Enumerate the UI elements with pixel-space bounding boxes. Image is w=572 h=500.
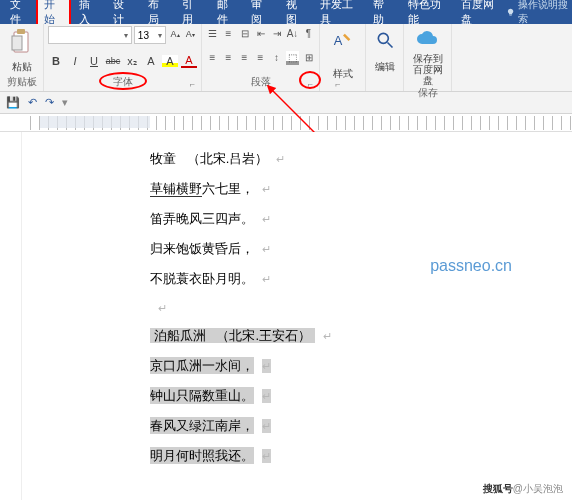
group-font: ▾ 13▾ A▴ A▾ B I U abc x₂ A A A 字体 ⌐	[44, 24, 202, 91]
group-styles: A 样式 ⌐	[320, 24, 366, 91]
cloud-save-icon[interactable]	[416, 30, 440, 53]
clipboard-label: 剪贴板⌐	[7, 75, 37, 91]
font-launcher-icon[interactable]: ⌐	[190, 79, 195, 89]
chevron-down-icon: ▾	[124, 31, 128, 40]
highlight-button[interactable]: A	[162, 55, 178, 67]
poem1-title: 牧童 （北宋.吕岩）↵	[150, 150, 572, 168]
svg-rect-2	[12, 36, 22, 50]
svg-line-5	[387, 43, 392, 48]
paste-label: 粘贴	[12, 61, 32, 72]
styles-label: 样式	[333, 68, 353, 79]
qat-undo-icon[interactable]: ↶	[28, 96, 37, 109]
svg-rect-1	[17, 29, 25, 34]
font-size-combo[interactable]: 13▾	[134, 26, 167, 44]
ribbon-tabs: 文件 开始 插入 设计 布局 引用 邮件 审阅 视图 开发工具 帮助 特色功能 …	[0, 0, 572, 24]
styles-icon[interactable]: A	[332, 30, 354, 57]
poem2-title: 泊船瓜洲 （北宋.王安石） ↵	[150, 327, 572, 345]
poem2-line: 京口瓜洲一水间，↵	[150, 357, 572, 375]
poem2-line: 钟山只隔数重山。↵	[150, 387, 572, 405]
underline-button[interactable]: U	[86, 55, 102, 67]
document-area: 牧童 （北宋.吕岩）↵ 草铺横野六七里，↵ 笛弄晚风三四声。↵ 归来饱饭黄昏后，…	[0, 132, 572, 500]
styles-launcher-icon[interactable]: ⌐	[335, 79, 340, 89]
decrease-indent-button[interactable]: ⇤	[254, 26, 267, 40]
increase-indent-button[interactable]: ⇥	[270, 26, 283, 40]
group-paragraph: ☰ ≡ ⊟ ⇤ ⇥ A↓ ¶ ≡ ≡ ≡ ≡ ↕ ⬚ ⊞ 段落 ⌐	[202, 24, 320, 91]
svg-point-4	[378, 33, 388, 43]
bold-button[interactable]: B	[48, 55, 64, 67]
annotation-circle-font	[99, 72, 147, 90]
vertical-ruler[interactable]	[0, 132, 22, 500]
align-left-button[interactable]: ≡	[206, 51, 219, 65]
find-icon[interactable]	[375, 30, 395, 55]
qat-save-icon[interactable]: 💾	[6, 96, 20, 109]
qat-more-icon[interactable]: ▾	[62, 96, 68, 109]
font-group-label: 字体 ⌐	[48, 75, 197, 91]
poem2-line: 春风又绿江南岸，↵	[150, 417, 572, 435]
paste-icon[interactable]	[9, 28, 35, 58]
blank-line: ↵	[150, 300, 572, 315]
borders-button[interactable]: ⊞	[302, 51, 315, 65]
editing-label: 编辑	[375, 61, 395, 72]
align-right-button[interactable]: ≡	[238, 51, 251, 65]
font-color-button[interactable]: A	[181, 54, 197, 68]
watermark-text: passneo.cn	[430, 257, 512, 275]
poem1-line: 笛弄晚风三四声。↵	[150, 210, 572, 228]
shrink-font-button[interactable]: A▾	[184, 26, 197, 42]
poem2-line: 明月何时照我还。↵	[150, 447, 572, 465]
group-clipboard: 粘贴 剪贴板⌐	[0, 24, 44, 91]
show-marks-button[interactable]: ¶	[302, 26, 315, 40]
group-editing: 编辑	[366, 24, 404, 91]
shading-button[interactable]: ⬚	[286, 51, 299, 65]
svg-text:A: A	[333, 33, 342, 48]
save-cloud-text: 保存到百度网盘	[408, 53, 447, 86]
line-spacing-button[interactable]: ↕	[270, 51, 283, 65]
strike-button[interactable]: abc	[105, 56, 121, 66]
justify-button[interactable]: ≡	[254, 51, 267, 65]
poem1-line: 草铺横野六七里，↵	[150, 180, 572, 198]
sort-button[interactable]: A↓	[286, 26, 299, 40]
poem1-line: 归来饱饭黄昏后，↵	[150, 240, 572, 258]
multilevel-button[interactable]: ⊟	[238, 26, 251, 40]
lightbulb-icon	[506, 7, 515, 18]
font-name-combo[interactable]: ▾	[48, 26, 132, 44]
bullets-button[interactable]: ☰	[206, 26, 219, 40]
group-save-cloud: 保存到百度网盘 保存	[404, 24, 452, 91]
footer-credit: 搜狐号@小吴泡泡	[480, 481, 566, 497]
numbering-button[interactable]: ≡	[222, 26, 235, 40]
chevron-down-icon: ▾	[158, 31, 162, 40]
save-group-label: 保存	[418, 86, 438, 102]
subscript-button[interactable]: x₂	[124, 55, 140, 68]
ribbon: 粘贴 剪贴板⌐ ▾ 13▾ A▴ A▾ B I U abc x₂ A A A 字…	[0, 24, 572, 92]
clipboard-launcher-icon[interactable]: ⌐	[29, 79, 34, 89]
qat-redo-icon[interactable]: ↷	[45, 96, 54, 109]
text-effects-button[interactable]: A	[143, 55, 159, 67]
align-center-button[interactable]: ≡	[222, 51, 235, 65]
tell-me-search[interactable]: 操作说明搜索	[506, 0, 568, 26]
italic-button[interactable]: I	[67, 55, 83, 67]
document-page[interactable]: 牧童 （北宋.吕岩）↵ 草铺横野六七里，↵ 笛弄晚风三四声。↵ 归来饱饭黄昏后，…	[22, 132, 572, 500]
grow-font-button[interactable]: A▴	[168, 26, 181, 42]
